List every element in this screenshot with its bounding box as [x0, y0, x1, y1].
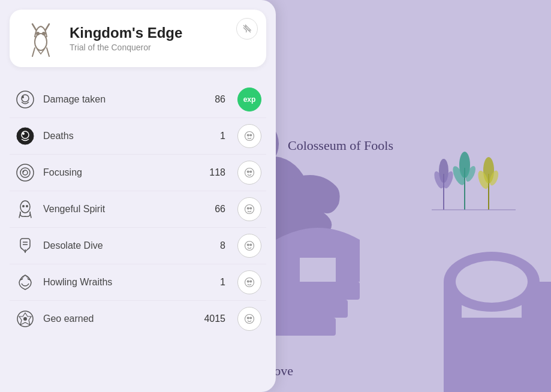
- svg-point-33: [22, 132, 25, 135]
- svg-point-34: [245, 132, 254, 141]
- svg-point-60: [247, 317, 249, 319]
- svg-point-46: [26, 205, 28, 207]
- focusing-icon: [14, 162, 36, 183]
- header-card: Kingdom's Edge Trial of the Conqueror: [10, 10, 266, 67]
- vengeful-spirit-action[interactable]: [237, 197, 261, 221]
- deaths-action[interactable]: [237, 124, 261, 148]
- howling-wraiths-icon: [14, 272, 36, 293]
- svg-point-42: [247, 171, 249, 173]
- damage-taken-label: Damage taken: [43, 94, 188, 105]
- howling-wraiths-action[interactable]: [237, 270, 261, 294]
- svg-rect-6: [300, 258, 336, 282]
- vengeful-spirit-value: 66: [195, 204, 225, 215]
- svg-point-45: [22, 205, 25, 207]
- header-text: Kingdom's Edge Trial of the Conqueror: [70, 25, 254, 53]
- geo-earned-action[interactable]: [237, 307, 261, 331]
- svg-point-54: [247, 281, 249, 282]
- damage-taken-action[interactable]: exp: [237, 88, 261, 111]
- geo-earned-value: 4015: [195, 313, 225, 324]
- svg-point-49: [250, 207, 252, 209]
- howling-wraiths-value: 1: [195, 277, 225, 288]
- svg-point-36: [250, 134, 252, 136]
- stat-row-deaths: Deaths 1: [10, 118, 266, 155]
- svg-point-47: [245, 205, 254, 214]
- svg-point-10: [456, 261, 528, 303]
- focusing-action[interactable]: [237, 161, 261, 185]
- svg-point-28: [17, 91, 34, 108]
- svg-point-30: [22, 96, 24, 98]
- location-subtitle: Trial of the Conqueror: [70, 43, 254, 52]
- svg-point-38: [20, 168, 30, 177]
- svg-point-44: [20, 201, 30, 213]
- game-background: Colosseum of Fools of Love: [240, 0, 551, 392]
- stat-row-howling-wraiths: Howling Wraiths 1: [10, 264, 266, 301]
- stat-row-vengeful-spirit: Vengeful Spirit 66: [10, 191, 266, 228]
- svg-point-55: [250, 281, 252, 282]
- svg-point-58: [23, 317, 27, 321]
- svg-point-51: [247, 244, 249, 246]
- svg-point-24: [35, 34, 47, 50]
- svg-point-26: [42, 32, 46, 35]
- svg-point-31: [17, 128, 34, 144]
- svg-point-40: [23, 171, 25, 173]
- kingdom-icon: [22, 19, 60, 58]
- stats-panel: Kingdom's Edge Trial of the Conqueror Da…: [0, 0, 276, 392]
- desolate-dive-label: Desolate Dive: [43, 240, 188, 251]
- svg-point-43: [250, 171, 252, 173]
- focusing-value: 118: [195, 167, 225, 178]
- svg-point-37: [17, 164, 34, 181]
- damage-taken-icon: [14, 89, 36, 110]
- focusing-label: Focusing: [43, 167, 188, 178]
- pin-button[interactable]: [236, 18, 258, 40]
- deaths-value: 1: [195, 131, 225, 141]
- scene-title: Colosseum of Fools: [288, 138, 393, 153]
- svg-point-25: [36, 32, 40, 35]
- svg-point-50: [245, 242, 254, 251]
- damage-taken-value: 86: [195, 94, 225, 105]
- deaths-label: Deaths: [43, 131, 188, 141]
- svg-point-59: [245, 315, 254, 324]
- stats-list: Damage taken 86 exp Deaths 1: [0, 77, 276, 342]
- svg-point-35: [247, 134, 249, 136]
- stat-row-focusing: Focusing 118: [10, 155, 266, 191]
- stat-row-geo-earned: Geo earned 4015: [10, 301, 266, 337]
- vengeful-spirit-icon: [14, 198, 36, 220]
- svg-point-61: [250, 317, 252, 319]
- geo-earned-label: Geo earned: [43, 313, 188, 324]
- svg-point-53: [245, 278, 254, 287]
- location-title: Kingdom's Edge: [70, 25, 254, 42]
- svg-point-41: [245, 168, 254, 177]
- vengeful-spirit-label: Vengeful Spirit: [43, 204, 188, 215]
- svg-point-29: [22, 95, 29, 102]
- svg-point-48: [247, 207, 249, 209]
- geo-earned-icon: [14, 308, 36, 330]
- deaths-icon: [14, 125, 36, 147]
- desolate-dive-value: 8: [195, 240, 225, 251]
- desolate-dive-action[interactable]: [237, 234, 261, 258]
- svg-point-52: [250, 244, 252, 246]
- howling-wraiths-label: Howling Wraiths: [43, 277, 188, 288]
- stat-row-damage-taken: Damage taken 86 exp: [10, 82, 266, 118]
- desolate-dive-icon: [14, 235, 36, 257]
- stat-row-desolate-dive: Desolate Dive 8: [10, 228, 266, 264]
